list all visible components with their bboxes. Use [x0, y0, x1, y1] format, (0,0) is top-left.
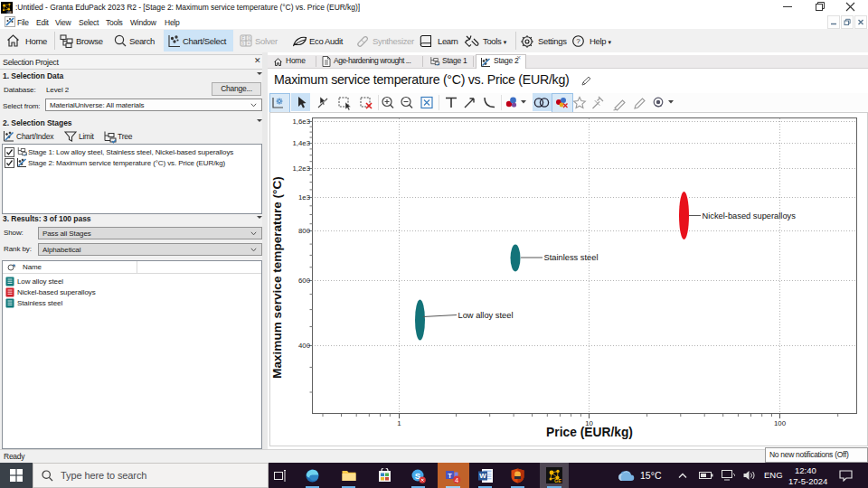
svg-text:Stainless steel: Stainless steel: [544, 253, 599, 262]
svg-text:GE: GE: [6, 10, 12, 14]
svg-text:600: 600: [298, 277, 311, 285]
svg-text:Maximum service temperature (°: Maximum service temperature (°C): [270, 176, 284, 379]
svg-text:W: W: [479, 472, 486, 480]
svg-text:Nickel-based superalloys: Nickel-based superalloys: [703, 211, 797, 221]
svg-text:=: =: [248, 42, 250, 46]
svg-text:1,6e3: 1,6e3: [292, 117, 310, 126]
svg-text:F: F: [241, 36, 244, 41]
svg-text:Low alloy steel: Low alloy steel: [458, 311, 514, 320]
svg-text:T: T: [448, 472, 452, 480]
svg-text:GE: GE: [554, 478, 561, 483]
svg-text:1,4e3: 1,4e3: [292, 139, 310, 147]
svg-text:1e3: 1e3: [298, 193, 310, 202]
svg-text:4: 4: [455, 476, 458, 483]
svg-text:δ: δ: [242, 42, 245, 46]
svg-text:?: ?: [576, 37, 580, 45]
svg-text:800: 800: [298, 227, 311, 235]
svg-text:1,2e3: 1,2e3: [292, 164, 310, 173]
svg-text:100: 100: [774, 419, 787, 427]
svg-text:1: 1: [397, 419, 401, 427]
svg-text:400: 400: [298, 342, 311, 350]
svg-text:Price (EUR/kg): Price (EUR/kg): [546, 426, 633, 439]
svg-text:0: 0: [248, 36, 250, 41]
